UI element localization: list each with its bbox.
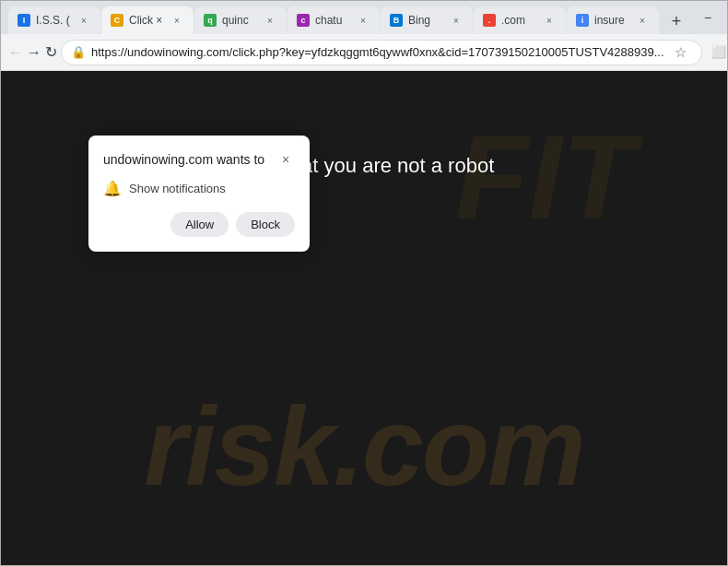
browser-window: I I.S.S. ( × C Click × × q quinc × c cha…: [0, 0, 728, 566]
popup-close-button[interactable]: ×: [276, 150, 295, 169]
allow-button[interactable]: Allow: [170, 212, 229, 237]
toolbar-actions: ⬜ 👤 ⋮: [706, 40, 729, 65]
tab-favicon-7: i: [576, 14, 589, 27]
forward-button[interactable]: →: [27, 40, 41, 65]
tab-title-5: Bing: [408, 14, 443, 27]
tab-favicon-2: C: [111, 14, 123, 27]
permission-popup: undowinowing.com wants to × 🔔 Show notif…: [88, 136, 310, 252]
tab-iss[interactable]: I I.S.S. ( ×: [8, 6, 100, 34]
address-bar[interactable]: 🔒 https://undowinowing.com/click.php?key…: [61, 40, 702, 65]
tab-close-7[interactable]: ×: [635, 13, 650, 28]
tab-favicon-5: B: [390, 14, 403, 27]
tab-chatu[interactable]: c chatu ×: [288, 6, 380, 34]
tab-click[interactable]: C Click × ×: [101, 6, 194, 34]
tab-close-3[interactable]: ×: [263, 13, 277, 28]
permission-label: Show notifications: [129, 182, 226, 195]
tab-insure[interactable]: i insure ×: [567, 6, 659, 34]
tab-close-6[interactable]: ×: [542, 13, 557, 28]
maximize-button[interactable]: □: [722, 6, 728, 29]
tab-close-4[interactable]: ×: [356, 13, 370, 28]
tab-title-2: Click ×: [129, 14, 164, 27]
bookmark-icon[interactable]: ☆: [670, 41, 692, 64]
new-tab-button[interactable]: +: [663, 8, 689, 34]
tab-bing[interactable]: B Bing ×: [381, 6, 473, 34]
tab-favicon-1: I: [18, 14, 30, 27]
window-controls: − □ ×: [697, 6, 728, 29]
popup-title: undowinowing.com wants to: [103, 152, 264, 167]
tab-favicon-6: .: [483, 14, 496, 27]
tab-title-3: quinc: [222, 14, 257, 27]
tab-close-5[interactable]: ×: [449, 13, 464, 28]
site-security-icon: 🔒: [71, 45, 86, 59]
tab-favicon-4: c: [297, 14, 310, 27]
popup-permission-row: 🔔 Show notifications: [103, 180, 295, 197]
title-bar: I I.S.S. ( × C Click × × q quinc × c cha…: [1, 1, 727, 34]
tab-title-6: .com: [501, 14, 536, 27]
address-text: https://undowinowing.com/click.php?key=y…: [91, 45, 664, 59]
back-button[interactable]: ←: [8, 40, 23, 65]
tab-title-4: chatu: [315, 14, 350, 27]
bell-icon: 🔔: [103, 180, 122, 197]
toolbar: ← → ↻ 🔒 https://undowinowing.com/click.p…: [1, 34, 727, 71]
tab-title-7: insure: [594, 14, 629, 27]
tab-favicon-3: q: [204, 14, 217, 27]
tab-quinc[interactable]: q quinc ×: [194, 6, 287, 34]
tabs-area: I I.S.S. ( × C Click × × q quinc × c cha…: [8, 1, 689, 34]
tab-title-1: I.S.S. (: [36, 14, 71, 27]
tab-close-2[interactable]: ×: [170, 13, 184, 28]
block-button[interactable]: Block: [236, 212, 295, 237]
popup-header: undowinowing.com wants to ×: [103, 150, 295, 169]
reload-button[interactable]: ↻: [45, 40, 57, 65]
tab-com[interactable]: . .com ×: [474, 6, 566, 34]
page-content: risk.com FIT nfirm that you are not a ro…: [1, 71, 727, 565]
extensions-button[interactable]: ⬜: [706, 40, 729, 65]
watermark-text: risk.com: [144, 383, 584, 510]
tab-close-1[interactable]: ×: [76, 13, 91, 28]
popup-buttons: Allow Block: [103, 212, 295, 237]
minimize-button[interactable]: −: [697, 6, 719, 29]
